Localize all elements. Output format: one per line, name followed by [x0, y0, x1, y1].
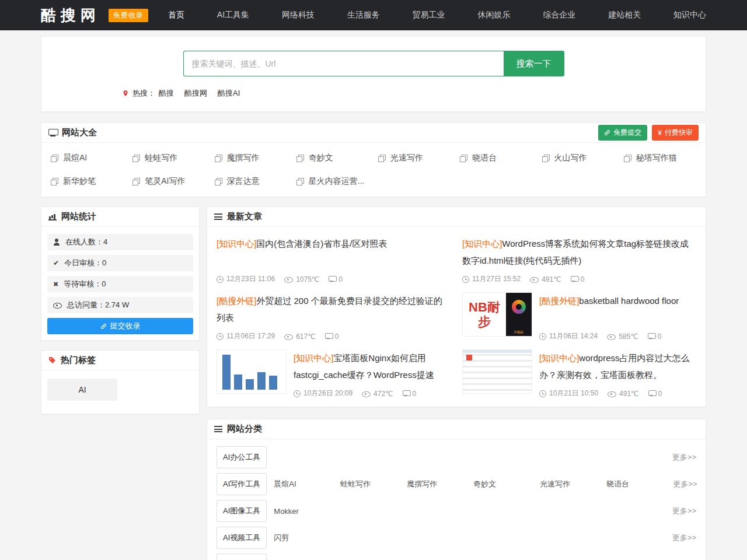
- hot-search-link[interactable]: 酷搜: [159, 88, 174, 99]
- article-category: [酷搜外链]: [539, 296, 579, 306]
- site-link[interactable]: 晨煊AI: [46, 146, 128, 170]
- category-label-button[interactable]: AI视频工具: [217, 527, 267, 549]
- article-item: [知识中心]宝塔面板Nginx如何启用fastcgi_cache缓存？WordP…: [217, 349, 451, 398]
- clock-icon: [539, 333, 546, 340]
- article-thumbnail[interactable]: [462, 349, 532, 394]
- list-icon: [214, 214, 222, 220]
- more-link[interactable]: 更多>>: [672, 452, 696, 463]
- article-item: [知识中心]wordpress占用内容过大怎么办？亲测有效，宝塔面板教程。 10…: [462, 349, 696, 398]
- user-icon: [53, 239, 60, 246]
- nav-item-life-services[interactable]: 生活服务: [347, 10, 380, 20]
- eye-icon: [530, 276, 539, 283]
- article-title-text: 国内(包含港澳台)省市县/区对照表: [256, 239, 387, 249]
- site-link[interactable]: 笔灵AI写作: [128, 170, 210, 193]
- nav-item-ai-tools[interactable]: AI工具集: [217, 10, 249, 20]
- category-site-link[interactable]: Mokker: [274, 507, 340, 516]
- category-site-link[interactable]: 晨煊AI: [274, 479, 340, 489]
- tags-panel-header: 热门标签: [41, 351, 199, 370]
- nav-item-network-tech[interactable]: 网络科技: [282, 10, 315, 20]
- hot-search-link[interactable]: 酷搜网: [184, 88, 207, 99]
- site-link[interactable]: 光速写作: [374, 146, 455, 170]
- categories-panel-header: 网站分类: [207, 419, 706, 439]
- site-link[interactable]: 秘塔写作猫: [619, 146, 701, 170]
- category-links: 闪剪: [267, 533, 672, 543]
- category-site-link[interactable]: 奇妙文: [473, 479, 540, 489]
- sites-directory-panel: 网站大全 免费提交 付费快审 晨煊AI 蛙蛙写作 魔撰写作 奇妙文 光速写作 晓…: [41, 123, 706, 197]
- yen-icon: [658, 129, 662, 137]
- article-title-link[interactable]: [知识中心]WordPress博客系统如何将文章tag标签链接改成数字id.ht…: [462, 235, 696, 269]
- site-stats-panel: 网站统计 在线人数：4 ✔ 今日审核：0 ✖ 等待审核：0: [41, 206, 200, 341]
- category-label-button[interactable]: AI写作工具: [217, 473, 267, 495]
- site-links-grid: 晨煊AI 蛙蛙写作 魔撰写作 奇妙文 光速写作 晓语台 火山写作 秘塔写作猫 新…: [41, 143, 706, 197]
- sidebar: 网站统计 在线人数：4 ✔ 今日审核：0 ✖ 等待审核：0: [41, 206, 200, 414]
- category-label-button[interactable]: AI图像工具: [217, 500, 267, 522]
- hot-search-link[interactable]: 酷搜AI: [218, 88, 240, 99]
- article-category: [知识中心]: [462, 239, 502, 249]
- comment-icon: [325, 333, 332, 340]
- more-link[interactable]: 更多>>: [673, 479, 697, 489]
- tag-item[interactable]: AI: [47, 379, 117, 401]
- site-link[interactable]: 奇妙文: [292, 146, 374, 170]
- site-logo[interactable]: 酷搜网: [41, 5, 100, 26]
- search-panel: 搜索一下 热搜： 酷搜 酷搜网 酷搜AI: [41, 36, 706, 112]
- link-icon: [604, 130, 610, 136]
- hot-search-bar: 热搜： 酷搜 酷搜网 酷搜AI: [122, 88, 706, 99]
- article-item: [知识中心]WordPress博客系统如何将文章tag标签链接改成数字id.ht…: [462, 235, 696, 284]
- paid-review-button[interactable]: 付费快审: [652, 125, 699, 141]
- site-link[interactable]: 深言达意: [210, 170, 292, 193]
- site-link[interactable]: 魔撰写作: [210, 146, 292, 170]
- site-categories-panel: 网站分类 AI办公工具 更多>> AI写作工具 晨煊AI 蛙蛙写作 魔撰写作: [207, 419, 706, 560]
- search-button[interactable]: 搜索一下: [504, 51, 564, 76]
- category-label-button[interactable]: AI音频工具: [217, 554, 267, 560]
- site-link[interactable]: 蛙蛙写作: [128, 146, 210, 170]
- window-icon: [51, 178, 58, 186]
- article-thumbnail[interactable]: NB耐步 FIBA: [462, 292, 532, 337]
- category-site-link[interactable]: 闪剪: [274, 533, 340, 543]
- article-title-link[interactable]: [知识中心]wordpress占用内容过大怎么办？亲测有效，宝塔面板教程。: [539, 349, 696, 383]
- category-site-link[interactable]: 晓语台: [606, 479, 673, 489]
- category-site-link[interactable]: 蛙蛙写作: [340, 479, 407, 489]
- article-title-link[interactable]: [知识中心]国内(包含港澳台)省市县/区对照表: [217, 235, 451, 252]
- article-category: [酷搜外链]: [217, 296, 256, 306]
- nav-item-leisure[interactable]: 休闲娱乐: [477, 10, 510, 20]
- comment-icon: [648, 333, 655, 340]
- search-input[interactable]: [183, 51, 504, 76]
- eye-icon: [362, 390, 371, 397]
- site-link[interactable]: 火山写作: [537, 146, 619, 170]
- thumbnail-brand-text: NB耐步: [463, 293, 506, 336]
- nav-item-knowledge[interactable]: 知识中心: [673, 10, 706, 20]
- site-link[interactable]: 新华妙笔: [46, 170, 128, 193]
- hot-tags-panel: 热门标签 AI: [41, 350, 200, 414]
- site-link[interactable]: 星火内容运营...: [292, 170, 374, 193]
- window-icon: [51, 155, 58, 162]
- free-inclusion-badge[interactable]: 免费收录: [109, 9, 148, 22]
- article-category: [知识中心]: [539, 353, 579, 363]
- stat-reviewed-today: ✔ 今日审核：0: [47, 255, 193, 271]
- tag-icon: [48, 356, 56, 364]
- site-link[interactable]: 晓语台: [455, 146, 537, 170]
- article-meta: 11月06日 17:29 617℃ 0: [217, 331, 451, 341]
- category-site-link[interactable]: 魔撰写作: [407, 479, 473, 489]
- more-link[interactable]: 更多>>: [672, 506, 696, 516]
- article-title-text: basketball hardwood floor: [579, 296, 679, 306]
- nav-item-site-building[interactable]: 建站相关: [608, 10, 641, 20]
- category-site-link[interactable]: 光速写作: [540, 479, 606, 489]
- stats-panel-title: 网站统计: [61, 211, 96, 222]
- bar-chart-icon: [48, 214, 57, 220]
- article-title-link[interactable]: [酷搜外链]basketball hardwood floor: [539, 292, 696, 309]
- nav-item-home[interactable]: 首页: [168, 10, 184, 20]
- submit-site-button[interactable]: 提交收录: [47, 318, 193, 334]
- category-links: Mokker: [267, 507, 672, 516]
- article-thumbnail[interactable]: [217, 349, 287, 394]
- category-label-button[interactable]: AI办公工具: [217, 446, 267, 468]
- nav-item-trade-industry[interactable]: 贸易工业: [413, 10, 445, 20]
- window-icon: [624, 155, 631, 162]
- article-category: [知识中心]: [294, 353, 333, 363]
- article-title-link[interactable]: [酷搜外链]外贸超过 200 个最新免费目录提交的经过验证的列表: [217, 292, 451, 326]
- free-submit-button[interactable]: 免费提交: [598, 125, 647, 141]
- eye-icon: [608, 390, 616, 397]
- nav-item-enterprise[interactable]: 综合企业: [543, 10, 575, 20]
- article-title-link[interactable]: [知识中心]宝塔面板Nginx如何启用fastcgi_cache缓存？WordP…: [294, 349, 451, 383]
- window-icon: [296, 178, 304, 186]
- more-link[interactable]: 更多>>: [672, 533, 696, 543]
